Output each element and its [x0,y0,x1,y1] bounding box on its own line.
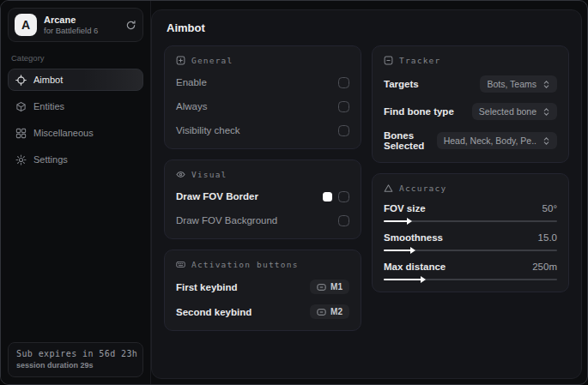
keyboard-icon [176,260,185,269]
eye-icon [176,170,185,179]
second-keybind-button[interactable]: M2 [310,304,349,319]
sub-expiry-text: Sub expires in 56d 23h [16,349,135,358]
fov-size-slider[interactable] [384,220,557,222]
setting-row: Draw FOV Border [176,189,349,203]
chevron-up-down-icon [543,80,550,89]
card-header-label: Activation buttons [191,260,299,269]
card-header-label: Accuracy [399,183,446,193]
bones-selected-dropdown[interactable]: Head, Neck, Body, Pe.. [437,132,557,149]
setting-row: Visibility check [176,123,349,137]
app-window: A Arcane for Battlefield 6 Category Aimb… [0,0,588,385]
slider-value: 250m [532,262,557,272]
setting-row: Always [176,99,349,113]
slider-value: 50° [543,203,557,214]
main-panel: Aimbot General Enable Alw [151,9,582,379]
mouse-button-icon [317,309,326,316]
sidebar-item-settings[interactable]: Settings [8,148,143,171]
always-checkbox[interactable] [338,101,349,112]
app-subtitle: for Battlefield 6 [44,26,98,35]
sidebar-item-label: Miscellaneous [33,128,94,138]
visual-card: Visual Draw FOV Border Draw FOV Backgrou… [164,159,361,239]
slider-label: Max distance [384,262,446,272]
tracker-card: Tracker Targets Bots, Teams Find bone ty… [372,45,569,163]
setting-label: Find bone type [384,106,454,117]
left-column: General Enable Always Visibility check [164,45,361,331]
setting-row: Bones Selected Head, Neck, Body, Pe.. [384,130,557,151]
card-header-label: Tracker [399,56,440,65]
draw-fov-background-checkbox[interactable] [338,215,349,226]
sidebar-item-miscellaneous[interactable]: Miscellaneous [8,122,143,144]
dropdown-value: Bots, Teams [487,79,536,89]
setting-row: Enable [176,75,349,89]
slider-fill [384,220,408,222]
setting-label: Targets [384,79,419,89]
accuracy-card: Accuracy FOV size 50° Smoothness [372,173,569,292]
draw-fov-border-checkbox[interactable] [338,191,349,202]
sidebar-item-entities[interactable]: Entities [8,95,143,117]
mouse-button-icon [317,284,326,291]
sidebar-item-aimbot[interactable]: Aimbot [8,69,143,91]
dropdown-value: Head, Neck, Body, Pe.. [444,135,536,146]
gear-icon [15,154,27,165]
app-logo-card: A Arcane for Battlefield 6 [8,8,143,42]
chevron-up-down-icon [543,107,550,117]
max-distance-slider[interactable] [384,279,557,280]
category-label: Category [11,53,140,63]
right-column: Tracker Targets Bots, Teams Find bone ty… [372,45,569,292]
grid-icon [15,128,27,139]
cube-icon [15,101,27,112]
app-logo: A [15,14,37,36]
setting-label: First keybind [176,282,238,292]
sidebar: A Arcane for Battlefield 6 Category Aimb… [1,1,151,384]
setting-label: Draw FOV Border [176,191,258,202]
setting-label: Bones Selected [384,130,437,151]
dropdown-value: Selected bone [479,106,536,117]
slider-label: Smoothness [384,232,443,243]
smoothness-slider-group: Smoothness 15.0 [384,232,557,251]
crosshair-icon [15,75,27,86]
setting-row: First keybind M1 [176,280,349,294]
fov-border-color-swatch[interactable] [323,192,332,202]
general-card: General Enable Always Visibility check [164,45,361,149]
slider-fill [384,250,411,251]
slider-value: 15.0 [538,232,557,243]
setting-label: Second keybind [176,307,252,317]
slider-label: FOV size [384,203,426,214]
sidebar-item-label: Entities [33,101,64,111]
card-header-label: General [191,56,233,65]
sidebar-item-label: Settings [33,154,68,165]
triangle-icon [384,183,393,193]
activation-buttons-card: Activation buttons First keybind M1 Seco… [164,250,361,331]
app-name: Arcane [44,15,98,25]
setting-label: Draw FOV Background [176,215,277,226]
visibility-check-checkbox[interactable] [338,125,349,136]
refresh-icon[interactable] [125,20,136,31]
max-distance-slider-group: Max distance 250m [384,262,557,280]
page-title: Aimbot [167,21,569,34]
sidebar-nav: Aimbot Entities Miscellaneous Settings [8,69,143,171]
app-titles: Arcane for Battlefield 6 [44,15,98,35]
setting-row: Find bone type Selected bone [384,103,557,120]
subscription-status: Sub expires in 56d 23h session duration … [8,342,143,377]
keybind-value: M1 [330,282,342,292]
slider-fill [384,279,421,280]
sidebar-item-label: Aimbot [33,75,63,85]
viewfinder-icon [176,56,185,65]
setting-row: Targets Bots, Teams [384,75,557,93]
session-duration-text: session duration 29s [16,361,135,370]
square-minus-icon [384,56,393,65]
setting-row: Draw FOV Background [176,214,349,227]
find-bone-type-dropdown[interactable]: Selected bone [472,103,557,120]
setting-label: Always [176,101,207,111]
targets-dropdown[interactable]: Bots, Teams [480,75,557,93]
setting-label: Visibility check [176,125,240,135]
smoothness-slider[interactable] [384,250,557,251]
enable-checkbox[interactable] [338,77,349,88]
first-keybind-button[interactable]: M1 [310,280,349,294]
keybind-value: M2 [330,307,342,316]
chevron-up-down-icon [543,136,550,146]
card-header-label: Visual [191,170,227,179]
setting-row: Second keybind M2 [176,304,349,319]
setting-label: Enable [176,77,207,87]
fov-size-slider-group: FOV size 50° [384,203,557,222]
